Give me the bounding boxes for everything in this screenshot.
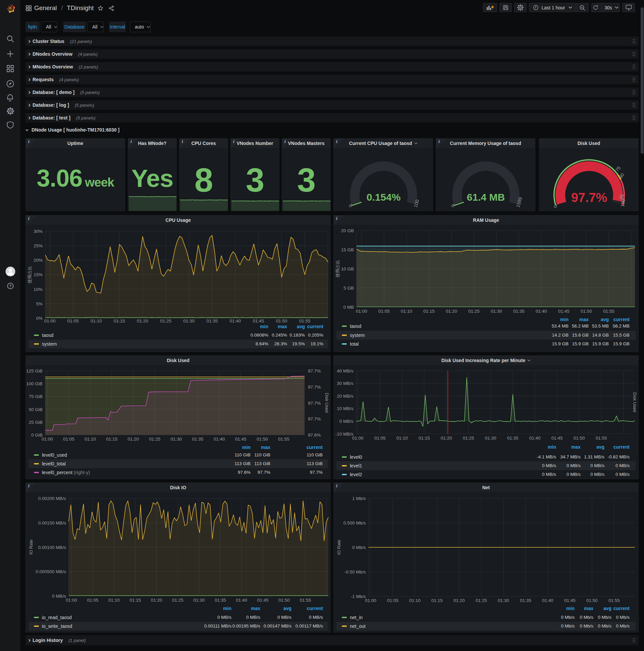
svg-text:01:55: 01:55 (596, 436, 607, 441)
svg-text:01:05: 01:05 (387, 598, 398, 603)
svg-text:5%: 5% (36, 301, 42, 306)
svg-text:01:00: 01:00 (365, 598, 376, 603)
svg-text:01:55: 01:55 (300, 598, 311, 603)
svg-text:01:10: 01:10 (409, 598, 421, 603)
svg-text:20%: 20% (34, 258, 42, 263)
svg-text:01:30: 01:30 (485, 436, 496, 441)
svg-text:01:50: 01:50 (581, 309, 592, 314)
svg-text:0.00200 MB/s: 0.00200 MB/s (38, 496, 66, 501)
svg-text:01:40: 01:40 (214, 437, 225, 442)
svg-text:01:35: 01:35 (513, 309, 524, 314)
svg-text:0%: 0% (36, 316, 42, 321)
svg-text:20 MB/s: 20 MB/s (337, 394, 354, 399)
svg-text:01:10: 01:10 (91, 318, 102, 323)
svg-text:01:50: 01:50 (279, 598, 290, 603)
svg-text:01:40: 01:40 (236, 598, 247, 603)
svg-text:25 GiB: 25 GiB (29, 420, 42, 425)
svg-text:01:00: 01:00 (356, 309, 367, 314)
svg-text:01:25: 01:25 (149, 437, 160, 442)
svg-text:01:50: 01:50 (276, 318, 287, 323)
svg-text:01:20: 01:20 (151, 598, 162, 603)
svg-text:01:05: 01:05 (67, 318, 79, 323)
svg-text:01:45: 01:45 (257, 598, 269, 603)
svg-text:01:00: 01:00 (44, 318, 56, 323)
svg-text:01:00: 01:00 (41, 437, 53, 442)
svg-text:使用占比: 使用占比 (335, 260, 340, 278)
svg-text:0.00100 MB/s: 0.00100 MB/s (38, 545, 66, 550)
svg-text:01:45: 01:45 (551, 436, 563, 441)
svg-text:0 MB/s: 0 MB/s (340, 419, 354, 424)
svg-text:01:45: 01:45 (564, 598, 576, 603)
svg-text:0 Mb/s: 0 Mb/s (352, 545, 366, 550)
svg-text:01:40: 01:40 (542, 598, 553, 603)
svg-text:5 GB: 5 GB (344, 285, 354, 290)
svg-text:10 GB: 10 GB (341, 267, 354, 272)
svg-text:0.500 Mb/s: 0.500 Mb/s (344, 521, 366, 526)
svg-text:01:25: 01:25 (468, 309, 480, 314)
svg-text:01:45: 01:45 (558, 309, 570, 314)
svg-text:40 MB/s: 40 MB/s (337, 368, 354, 373)
svg-text:01:05: 01:05 (63, 437, 74, 442)
svg-text:01:35: 01:35 (206, 318, 218, 323)
svg-text:0: 0 (553, 204, 558, 209)
svg-text:01:15: 01:15 (106, 437, 118, 442)
svg-text:01:00: 01:00 (66, 598, 77, 603)
svg-text:0.00150 MB/s: 0.00150 MB/s (38, 521, 66, 526)
svg-text:100 GiB: 100 GiB (26, 381, 42, 386)
svg-text:IO Rate: IO Rate (29, 539, 34, 555)
svg-text:01:25: 01:25 (463, 436, 474, 441)
svg-text:01:05: 01:05 (374, 436, 386, 441)
svg-text:30%: 30% (34, 229, 42, 234)
svg-text:80: 80 (618, 172, 625, 180)
svg-text:01:55: 01:55 (603, 309, 614, 314)
svg-text:01:15: 01:15 (129, 598, 141, 603)
svg-text:01:20: 01:20 (127, 437, 139, 442)
svg-text:0 GiB: 0 GiB (31, 433, 42, 438)
svg-text:01:55: 01:55 (608, 598, 620, 603)
svg-text:1 Mb/s: 1 Mb/s (352, 496, 366, 501)
svg-text:01:20: 01:20 (453, 598, 465, 603)
svg-text:01:20: 01:20 (446, 309, 457, 314)
svg-text:-1 Mb/s: -1 Mb/s (351, 594, 365, 599)
svg-text:01:10: 01:10 (108, 598, 120, 603)
svg-text:01:35: 01:35 (215, 598, 226, 603)
svg-text:01:50: 01:50 (257, 437, 268, 442)
svg-text:10%: 10% (34, 287, 42, 292)
svg-text:01:45: 01:45 (235, 437, 247, 442)
svg-text:20 GB: 20 GB (341, 228, 354, 233)
svg-text:01:30: 01:30 (194, 598, 205, 603)
svg-text:01:05: 01:05 (87, 598, 99, 603)
svg-text:01:10: 01:10 (85, 437, 96, 442)
svg-text:97.7%: 97.7% (308, 416, 321, 422)
svg-text:97.7%: 97.7% (308, 368, 321, 373)
svg-text:01:35: 01:35 (520, 598, 531, 603)
svg-text:01:45: 01:45 (253, 318, 264, 323)
svg-text:15%: 15% (34, 272, 42, 277)
svg-text:-0.50 Mb/s: -0.50 Mb/s (345, 569, 366, 575)
svg-text:01:15: 01:15 (423, 309, 435, 314)
svg-text:01:15: 01:15 (419, 436, 430, 441)
svg-text:75 GiB: 75 GiB (29, 394, 42, 399)
svg-text:97.7%: 97.7% (308, 384, 321, 390)
svg-text:01:55: 01:55 (299, 318, 311, 323)
svg-text:01:00: 01:00 (352, 436, 363, 441)
svg-text:01:15: 01:15 (114, 318, 125, 323)
svg-text:01:35: 01:35 (507, 436, 519, 441)
svg-text:-10 MB/s: -10 MB/s (335, 432, 354, 437)
svg-text:0 MB: 0 MB (343, 305, 354, 310)
svg-text:10 MB/s: 10 MB/s (337, 406, 354, 411)
svg-text:01:50: 01:50 (574, 436, 585, 441)
svg-text:01:30: 01:30 (183, 318, 195, 323)
svg-text:25%: 25% (34, 243, 42, 248)
svg-text:100: 100 (619, 199, 626, 207)
svg-text:01:25: 01:25 (172, 598, 184, 603)
svg-text:01:40: 01:40 (230, 318, 241, 323)
svg-text:01:40: 01:40 (536, 309, 547, 314)
svg-text:01:25: 01:25 (476, 598, 487, 603)
svg-text:97.6%: 97.6% (308, 433, 321, 438)
svg-text:使用占比: 使用占比 (27, 266, 32, 283)
svg-text:61.4 MB: 61.4 MB (467, 192, 505, 203)
svg-text:30 MB/s: 30 MB/s (337, 381, 354, 386)
svg-text:01:30: 01:30 (498, 598, 509, 603)
svg-text:01:55: 01:55 (278, 437, 289, 442)
